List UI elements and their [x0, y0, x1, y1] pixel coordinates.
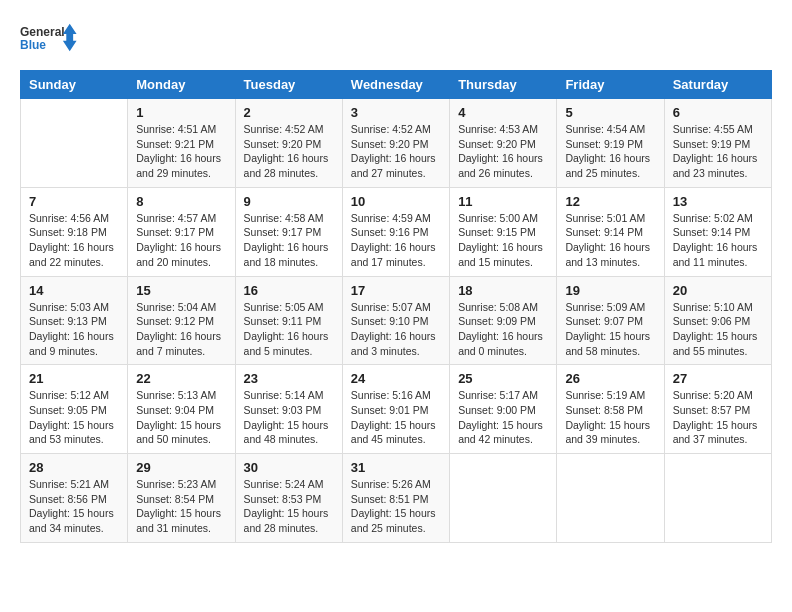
- calendar-day-cell: [557, 454, 664, 543]
- day-info: Sunrise: 5:17 AMSunset: 9:00 PMDaylight:…: [458, 388, 548, 447]
- calendar-day-cell: 2Sunrise: 4:52 AMSunset: 9:20 PMDaylight…: [235, 99, 342, 188]
- day-number: 28: [29, 460, 119, 475]
- day-number: 5: [565, 105, 655, 120]
- calendar-day-cell: 17Sunrise: 5:07 AMSunset: 9:10 PMDayligh…: [342, 276, 449, 365]
- day-info: Sunrise: 5:07 AMSunset: 9:10 PMDaylight:…: [351, 300, 441, 359]
- calendar-day-cell: [21, 99, 128, 188]
- page-header: General Blue: [20, 20, 772, 60]
- day-info: Sunrise: 5:01 AMSunset: 9:14 PMDaylight:…: [565, 211, 655, 270]
- logo-svg: General Blue: [20, 20, 80, 60]
- svg-text:Blue: Blue: [20, 38, 46, 52]
- day-of-week-header: Monday: [128, 71, 235, 99]
- day-number: 8: [136, 194, 226, 209]
- day-number: 19: [565, 283, 655, 298]
- calendar-week-row: 14Sunrise: 5:03 AMSunset: 9:13 PMDayligh…: [21, 276, 772, 365]
- calendar-day-cell: 13Sunrise: 5:02 AMSunset: 9:14 PMDayligh…: [664, 187, 771, 276]
- day-number: 18: [458, 283, 548, 298]
- calendar-day-cell: 16Sunrise: 5:05 AMSunset: 9:11 PMDayligh…: [235, 276, 342, 365]
- day-of-week-header: Sunday: [21, 71, 128, 99]
- calendar-day-cell: 10Sunrise: 4:59 AMSunset: 9:16 PMDayligh…: [342, 187, 449, 276]
- calendar-day-cell: 24Sunrise: 5:16 AMSunset: 9:01 PMDayligh…: [342, 365, 449, 454]
- day-number: 21: [29, 371, 119, 386]
- day-number: 14: [29, 283, 119, 298]
- day-number: 13: [673, 194, 763, 209]
- day-number: 26: [565, 371, 655, 386]
- day-info: Sunrise: 5:12 AMSunset: 9:05 PMDaylight:…: [29, 388, 119, 447]
- day-info: Sunrise: 5:16 AMSunset: 9:01 PMDaylight:…: [351, 388, 441, 447]
- calendar-day-cell: 25Sunrise: 5:17 AMSunset: 9:00 PMDayligh…: [450, 365, 557, 454]
- day-number: 10: [351, 194, 441, 209]
- calendar-day-cell: 11Sunrise: 5:00 AMSunset: 9:15 PMDayligh…: [450, 187, 557, 276]
- day-number: 9: [244, 194, 334, 209]
- calendar-day-cell: 20Sunrise: 5:10 AMSunset: 9:06 PMDayligh…: [664, 276, 771, 365]
- svg-marker-2: [63, 24, 77, 51]
- calendar-day-cell: 26Sunrise: 5:19 AMSunset: 8:58 PMDayligh…: [557, 365, 664, 454]
- day-number: 23: [244, 371, 334, 386]
- svg-text:General: General: [20, 25, 65, 39]
- day-info: Sunrise: 5:21 AMSunset: 8:56 PMDaylight:…: [29, 477, 119, 536]
- day-info: Sunrise: 4:57 AMSunset: 9:17 PMDaylight:…: [136, 211, 226, 270]
- day-info: Sunrise: 5:14 AMSunset: 9:03 PMDaylight:…: [244, 388, 334, 447]
- calendar-day-cell: 19Sunrise: 5:09 AMSunset: 9:07 PMDayligh…: [557, 276, 664, 365]
- day-info: Sunrise: 5:09 AMSunset: 9:07 PMDaylight:…: [565, 300, 655, 359]
- day-info: Sunrise: 5:05 AMSunset: 9:11 PMDaylight:…: [244, 300, 334, 359]
- calendar-day-cell: 14Sunrise: 5:03 AMSunset: 9:13 PMDayligh…: [21, 276, 128, 365]
- day-info: Sunrise: 4:58 AMSunset: 9:17 PMDaylight:…: [244, 211, 334, 270]
- day-number: 31: [351, 460, 441, 475]
- day-info: Sunrise: 4:51 AMSunset: 9:21 PMDaylight:…: [136, 122, 226, 181]
- day-number: 2: [244, 105, 334, 120]
- day-info: Sunrise: 5:24 AMSunset: 8:53 PMDaylight:…: [244, 477, 334, 536]
- calendar-day-cell: 3Sunrise: 4:52 AMSunset: 9:20 PMDaylight…: [342, 99, 449, 188]
- day-info: Sunrise: 4:53 AMSunset: 9:20 PMDaylight:…: [458, 122, 548, 181]
- day-info: Sunrise: 5:03 AMSunset: 9:13 PMDaylight:…: [29, 300, 119, 359]
- calendar-week-row: 1Sunrise: 4:51 AMSunset: 9:21 PMDaylight…: [21, 99, 772, 188]
- day-number: 24: [351, 371, 441, 386]
- day-info: Sunrise: 4:59 AMSunset: 9:16 PMDaylight:…: [351, 211, 441, 270]
- day-info: Sunrise: 4:54 AMSunset: 9:19 PMDaylight:…: [565, 122, 655, 181]
- day-number: 27: [673, 371, 763, 386]
- calendar-day-cell: 18Sunrise: 5:08 AMSunset: 9:09 PMDayligh…: [450, 276, 557, 365]
- calendar-week-row: 21Sunrise: 5:12 AMSunset: 9:05 PMDayligh…: [21, 365, 772, 454]
- logo: General Blue: [20, 20, 80, 60]
- calendar-day-cell: 29Sunrise: 5:23 AMSunset: 8:54 PMDayligh…: [128, 454, 235, 543]
- day-of-week-header: Friday: [557, 71, 664, 99]
- day-number: 16: [244, 283, 334, 298]
- day-info: Sunrise: 5:02 AMSunset: 9:14 PMDaylight:…: [673, 211, 763, 270]
- calendar-day-cell: 9Sunrise: 4:58 AMSunset: 9:17 PMDaylight…: [235, 187, 342, 276]
- day-number: 22: [136, 371, 226, 386]
- calendar-day-cell: 22Sunrise: 5:13 AMSunset: 9:04 PMDayligh…: [128, 365, 235, 454]
- calendar-day-cell: 31Sunrise: 5:26 AMSunset: 8:51 PMDayligh…: [342, 454, 449, 543]
- day-number: 1: [136, 105, 226, 120]
- day-info: Sunrise: 5:04 AMSunset: 9:12 PMDaylight:…: [136, 300, 226, 359]
- calendar-day-cell: 5Sunrise: 4:54 AMSunset: 9:19 PMDaylight…: [557, 99, 664, 188]
- day-number: 20: [673, 283, 763, 298]
- day-info: Sunrise: 4:52 AMSunset: 9:20 PMDaylight:…: [351, 122, 441, 181]
- calendar-day-cell: 4Sunrise: 4:53 AMSunset: 9:20 PMDaylight…: [450, 99, 557, 188]
- day-number: 29: [136, 460, 226, 475]
- calendar-day-cell: 15Sunrise: 5:04 AMSunset: 9:12 PMDayligh…: [128, 276, 235, 365]
- day-info: Sunrise: 4:56 AMSunset: 9:18 PMDaylight:…: [29, 211, 119, 270]
- calendar-week-row: 28Sunrise: 5:21 AMSunset: 8:56 PMDayligh…: [21, 454, 772, 543]
- day-info: Sunrise: 5:00 AMSunset: 9:15 PMDaylight:…: [458, 211, 548, 270]
- calendar-day-cell: 1Sunrise: 4:51 AMSunset: 9:21 PMDaylight…: [128, 99, 235, 188]
- day-info: Sunrise: 5:26 AMSunset: 8:51 PMDaylight:…: [351, 477, 441, 536]
- day-info: Sunrise: 5:08 AMSunset: 9:09 PMDaylight:…: [458, 300, 548, 359]
- calendar-header-row: SundayMondayTuesdayWednesdayThursdayFrid…: [21, 71, 772, 99]
- calendar-day-cell: 27Sunrise: 5:20 AMSunset: 8:57 PMDayligh…: [664, 365, 771, 454]
- day-info: Sunrise: 5:20 AMSunset: 8:57 PMDaylight:…: [673, 388, 763, 447]
- day-of-week-header: Tuesday: [235, 71, 342, 99]
- day-number: 11: [458, 194, 548, 209]
- day-number: 6: [673, 105, 763, 120]
- day-of-week-header: Thursday: [450, 71, 557, 99]
- calendar-day-cell: 6Sunrise: 4:55 AMSunset: 9:19 PMDaylight…: [664, 99, 771, 188]
- day-number: 17: [351, 283, 441, 298]
- calendar-day-cell: [664, 454, 771, 543]
- day-number: 15: [136, 283, 226, 298]
- day-info: Sunrise: 5:19 AMSunset: 8:58 PMDaylight:…: [565, 388, 655, 447]
- day-info: Sunrise: 5:13 AMSunset: 9:04 PMDaylight:…: [136, 388, 226, 447]
- calendar-week-row: 7Sunrise: 4:56 AMSunset: 9:18 PMDaylight…: [21, 187, 772, 276]
- day-number: 25: [458, 371, 548, 386]
- calendar-day-cell: 28Sunrise: 5:21 AMSunset: 8:56 PMDayligh…: [21, 454, 128, 543]
- calendar-day-cell: 8Sunrise: 4:57 AMSunset: 9:17 PMDaylight…: [128, 187, 235, 276]
- calendar-day-cell: 12Sunrise: 5:01 AMSunset: 9:14 PMDayligh…: [557, 187, 664, 276]
